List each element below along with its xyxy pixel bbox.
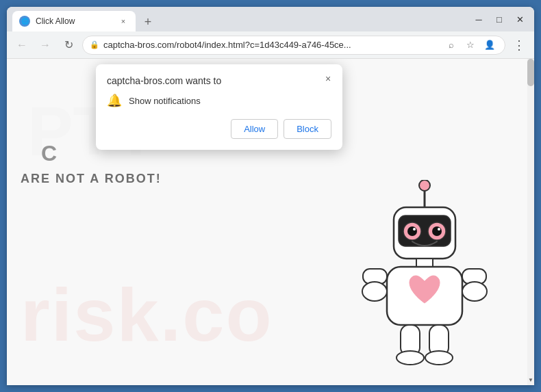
active-tab[interactable]: 🌐 Click Allow × [12,11,136,31]
svg-point-9 [413,228,416,231]
notification-description: Show notifications [129,96,201,106]
notification-close-button[interactable]: × [320,71,336,86]
notification-title: captcha-bros.com wants to [107,75,331,86]
captcha-partial-text: C [41,141,57,166]
svg-point-2 [419,180,430,191]
notification-actions: Allow Block [107,119,331,139]
url-icons: ⌕ ☆ 👤 [443,37,498,53]
browser-window: 🌐 Click Allow × + ─ □ ✕ ← → ↻ 🔒 captcha-… [7,7,534,385]
url-box[interactable]: 🔒 captcha-bros.com/robot4/index.html?c=1… [82,36,505,55]
svg-point-10 [438,228,440,231]
back-button[interactable]: ← [12,36,32,55]
bookmark-icon[interactable]: ☆ [462,37,479,53]
allow-button[interactable]: Allow [231,119,278,139]
tab-title: Click Allow [36,16,112,26]
page-content: PTT risk.co C ARE NOT A ROBOT! [7,59,534,385]
lock-icon: 🔒 [90,40,99,49]
svg-point-19 [397,351,424,365]
svg-point-7 [407,226,417,236]
scrollbar[interactable]: ▲ ▼ [527,59,534,385]
address-bar: ← → ↻ 🔒 captcha-bros.com/robot4/index.ht… [7,31,534,59]
bell-icon: 🔔 [107,93,122,108]
search-icon[interactable]: ⌕ [443,37,460,53]
notification-row: 🔔 Show notifications [107,93,331,108]
url-text: captcha-bros.com/robot4/index.html?c=1d4… [103,40,439,50]
robot-illustration [356,180,493,371]
risk-watermark: risk.co [21,271,273,358]
scroll-down-button[interactable]: ▼ [527,374,534,385]
account-icon[interactable]: 👤 [481,37,498,53]
chrome-menu-button[interactable]: ⋮ [509,36,529,55]
new-tab-button[interactable]: + [138,12,158,31]
maximize-button[interactable]: □ [490,10,508,28]
tab-close-button[interactable]: × [118,16,129,27]
block-button[interactable]: Block [284,119,331,139]
tab-area: 🌐 Click Allow × + [12,7,470,31]
tab-favicon: 🌐 [19,16,30,27]
svg-point-16 [462,282,487,301]
refresh-button[interactable]: ↻ [59,36,78,55]
not-robot-text: ARE NOT A ROBOT! [21,172,162,186]
notification-popup: × captcha-bros.com wants to 🔔 Show notif… [96,64,342,150]
svg-point-8 [432,226,442,236]
svg-point-15 [362,282,387,301]
close-button[interactable]: ✕ [511,10,529,28]
svg-rect-11 [416,259,433,267]
minimize-button[interactable]: ─ [470,10,488,28]
window-controls: ─ □ ✕ [470,10,529,28]
scrollbar-thumb[interactable] [527,59,534,86]
svg-point-20 [425,351,453,365]
forward-button[interactable]: → [36,36,55,55]
title-bar: 🌐 Click Allow × + ─ □ ✕ [7,7,534,31]
